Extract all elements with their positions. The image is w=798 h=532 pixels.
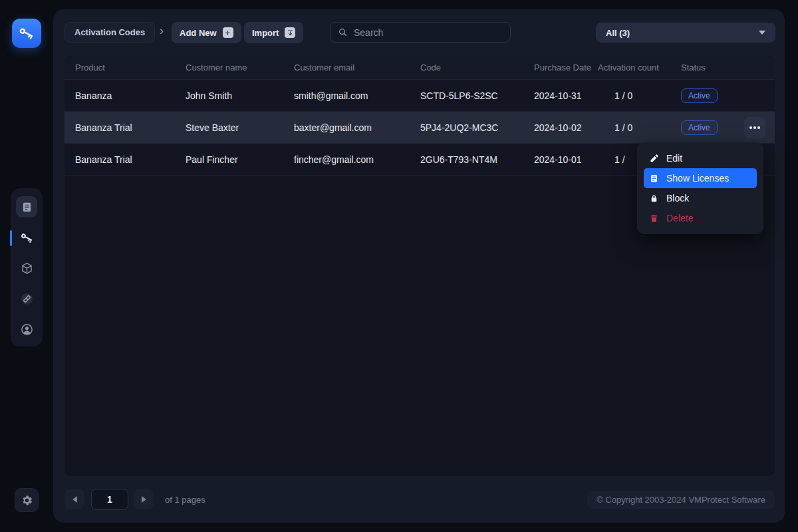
filter-value: All (3) <box>606 28 630 38</box>
cell-product: Bananza Trial <box>75 122 186 133</box>
import-download-icon <box>285 27 295 38</box>
next-page-button[interactable] <box>134 489 154 509</box>
cell-customer-name: John Smith <box>186 90 294 101</box>
column-header-code[interactable]: Code <box>420 63 534 72</box>
breadcrumb[interactable]: Activation Codes <box>65 22 155 43</box>
key-icon <box>20 231 34 245</box>
search-box <box>330 22 511 43</box>
cell-code: 2GU6-T793-NT4M <box>420 154 534 165</box>
sidebar-item-products[interactable] <box>16 257 37 279</box>
table-row[interactable]: Bananza Trial Steve Baxter baxter@gmail.… <box>65 112 775 144</box>
sidebar-item-documents[interactable] <box>16 196 37 217</box>
cell-customer-name: Steve Baxter <box>186 122 294 133</box>
page-number-input[interactable] <box>91 489 128 510</box>
cell-code: 5PJ4-2UQ2-MC3C <box>420 122 534 133</box>
cell-customer-name: Paul Fincher <box>186 154 294 165</box>
status-filter-dropdown[interactable]: All (3) <box>596 23 775 43</box>
arrow-left-icon <box>72 496 77 503</box>
cell-activation-count: 1 / 0 <box>598 122 681 133</box>
gear-icon <box>21 494 33 507</box>
arrow-right-icon <box>142 496 146 503</box>
activation-codes-table: Product Customer name Customer email Cod… <box>65 56 775 476</box>
document-icon <box>21 201 33 213</box>
chevron-down-icon <box>759 31 765 35</box>
cell-purchase-date: 2024-10-31 <box>534 90 598 101</box>
row-actions-button[interactable] <box>744 117 765 138</box>
settings-button[interactable] <box>15 488 39 512</box>
sidebar-item-links[interactable] <box>16 288 37 309</box>
cell-purchase-date: 2024-10-01 <box>534 154 598 165</box>
column-header-product[interactable]: Product <box>75 63 186 72</box>
cell-customer-email: fincher@gmail.com <box>294 154 420 165</box>
cube-icon <box>20 261 34 275</box>
active-nav-indicator <box>10 230 12 246</box>
menu-item-label: Show Licenses <box>666 173 729 184</box>
status-badge[interactable]: Active <box>681 120 718 135</box>
cell-product: Bananza Trial <box>75 154 186 165</box>
table-row[interactable]: Bananza John Smith smith@gmail.com SCTD-… <box>65 80 775 112</box>
license-icon <box>649 174 659 184</box>
copyright-label: © Copyright 2003-2024 VMProtect Software <box>587 491 775 509</box>
lock-icon <box>649 194 659 203</box>
pencil-icon <box>649 154 659 164</box>
cell-status: Active <box>681 88 764 103</box>
app-logo[interactable] <box>12 19 41 48</box>
add-new-label: Add New <box>180 28 217 38</box>
column-header-customer-email[interactable]: Customer email <box>294 63 420 72</box>
column-header-customer-name[interactable]: Customer name <box>186 63 294 72</box>
user-icon <box>20 323 34 336</box>
menu-item-delete[interactable]: Delete <box>644 208 757 228</box>
cell-customer-email: baxter@gmail.com <box>294 122 420 133</box>
import-button[interactable]: Import <box>244 22 303 43</box>
menu-item-block[interactable]: Block <box>644 188 757 208</box>
menu-item-edit[interactable]: Edit <box>644 148 757 168</box>
cell-code: SCTD-5LP6-S2SC <box>420 90 534 101</box>
search-icon <box>338 27 348 37</box>
sidebar-nav <box>11 188 43 346</box>
search-input[interactable] <box>354 27 503 38</box>
sidebar-item-account[interactable] <box>16 319 37 340</box>
chevron-right-icon: › <box>157 23 166 38</box>
menu-item-label: Delete <box>666 213 693 223</box>
ellipsis-icon <box>749 126 752 129</box>
status-badge[interactable]: Active <box>681 88 718 103</box>
table-header-row: Product Customer name Customer email Cod… <box>65 56 775 80</box>
sidebar-item-activation-codes[interactable] <box>16 227 37 248</box>
menu-item-label: Edit <box>666 153 682 164</box>
plus-square-icon <box>223 27 233 38</box>
pages-total-label: of 1 pages <box>165 489 205 509</box>
import-label: Import <box>252 28 279 38</box>
breadcrumb-label: Activation Codes <box>74 27 145 37</box>
cell-purchase-date: 2024-10-02 <box>534 122 598 133</box>
column-header-status[interactable]: Status <box>681 63 764 72</box>
column-header-purchase-date[interactable]: Purchase Date <box>534 63 598 72</box>
add-new-button[interactable]: Add New <box>172 22 241 43</box>
previous-page-button[interactable] <box>65 489 84 509</box>
menu-item-show-licenses[interactable]: Show Licenses <box>644 168 757 188</box>
link-icon <box>20 292 34 306</box>
cell-activation-count: 1 / 0 <box>598 90 681 101</box>
key-icon <box>18 25 35 42</box>
column-header-activation-count[interactable]: Activation count <box>598 63 681 72</box>
menu-item-label: Block <box>666 193 689 203</box>
main-panel: Activation Codes › Add New Import All (3… <box>53 9 785 523</box>
trash-icon <box>649 213 659 223</box>
cell-product: Bananza <box>75 90 186 101</box>
row-context-menu: Edit Show Licenses Block <box>637 142 763 234</box>
cell-customer-email: smith@gmail.com <box>294 90 420 101</box>
